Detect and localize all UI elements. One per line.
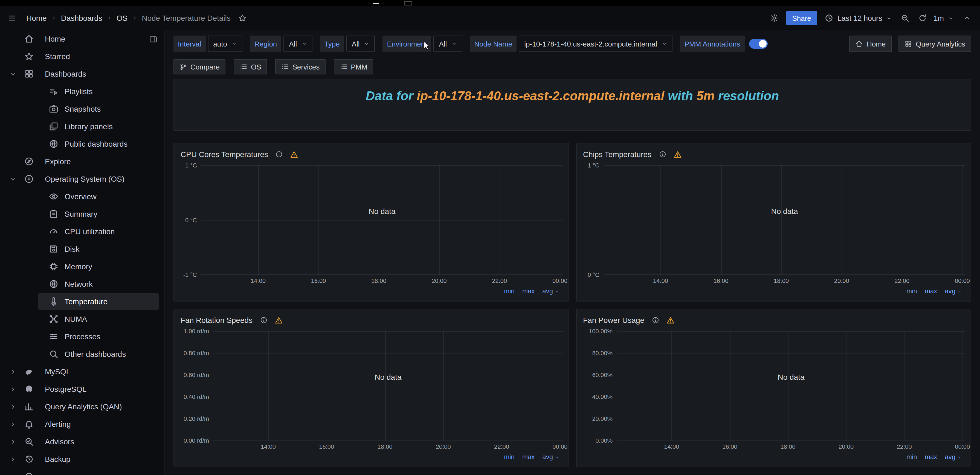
query-analytics-button[interactable]: Query Analytics <box>898 35 971 52</box>
panel-title[interactable]: Fan Power Usage <box>583 316 644 325</box>
sidebar-item-home[interactable]: Home <box>0 30 164 48</box>
sidebar-item-snapshots[interactable]: Snapshots <box>0 100 164 118</box>
sidebar-item-disk[interactable]: Disk <box>0 240 164 258</box>
sidebar-item-mysql[interactable]: MySQL <box>0 363 164 380</box>
chevron-right-icon[interactable] <box>6 456 19 463</box>
plot-area[interactable]: No data <box>201 165 563 275</box>
quick-link-os[interactable]: OS <box>234 59 267 75</box>
quick-link-pmm[interactable]: PMM <box>334 59 374 75</box>
variable-value-environment[interactable]: All <box>433 35 462 52</box>
chevron-right-icon[interactable] <box>6 421 19 428</box>
plot-area[interactable]: No data <box>617 331 965 440</box>
sidebar-item-item[interactable] <box>0 468 164 475</box>
breadcrumb-item-dashboards[interactable]: Dashboards <box>61 14 102 22</box>
sidebar-item-overview[interactable]: Overview <box>0 188 164 205</box>
breadcrumb-item-home[interactable]: Home <box>26 14 47 22</box>
sidebar-item-public-dashboards[interactable]: Public dashboards <box>0 135 164 153</box>
panel-warning-icon[interactable] <box>274 316 283 324</box>
panel-warning-icon[interactable] <box>290 150 298 158</box>
share-button[interactable]: Share <box>786 11 817 25</box>
y-axis-label: 0.20 rd/m <box>184 415 209 422</box>
legend-label: avg <box>542 453 553 461</box>
legend-min[interactable]: min <box>504 453 515 461</box>
variable-value-node-name[interactable]: ip-10-178-1-40.us-east-2.compute.interna… <box>519 35 673 52</box>
chevron-right-icon[interactable] <box>6 386 19 393</box>
panel-title[interactable]: Chips Temperatures <box>583 150 651 159</box>
legend-avg[interactable]: avg <box>945 287 962 295</box>
dock-sidebar-button[interactable] <box>148 34 159 45</box>
variable-value-interval[interactable]: auto <box>208 35 242 52</box>
chevron-down-icon[interactable] <box>6 175 19 183</box>
panel-info-icon[interactable] <box>651 316 659 324</box>
sidebar-item-summary[interactable]: Summary <box>0 205 164 223</box>
refresh-interval-picker[interactable]: 1m <box>932 13 955 23</box>
sidebar-item-postgresql[interactable]: PostgreSQL <box>0 380 164 398</box>
panel-warning-icon[interactable] <box>666 316 675 324</box>
refresh-button[interactable] <box>917 13 928 24</box>
sidebar-item-advisors[interactable]: Advisors <box>0 433 164 450</box>
panel-title[interactable]: Fan Rotation Speeds <box>181 316 253 325</box>
sidebar-item-playlists[interactable]: Playlists <box>0 83 164 100</box>
sidebar-item-library-panels[interactable]: Library panels <box>0 118 164 135</box>
chevron-right-icon[interactable] <box>6 403 19 410</box>
legend-max[interactable]: max <box>522 453 535 461</box>
legend-max[interactable]: max <box>925 287 937 295</box>
legend-min[interactable]: min <box>907 453 917 461</box>
variable-selected-value: All <box>289 40 297 48</box>
plot-area[interactable]: No data <box>213 331 563 440</box>
sidebar-item-other-dashboards[interactable]: Other dashboards <box>0 345 164 363</box>
legend-max[interactable]: max <box>522 287 535 295</box>
zoom-out-time-button[interactable] <box>900 13 910 24</box>
search-minus-icon <box>900 14 909 22</box>
quick-link-compare[interactable]: Compare <box>173 59 226 75</box>
sidebar-item-processes[interactable]: Processes <box>0 328 164 345</box>
gridline-h <box>213 331 563 332</box>
legend-avg[interactable]: avg <box>542 453 560 461</box>
variable-value-type[interactable]: All <box>346 35 375 52</box>
sidebar-item-cpu-utilization[interactable]: CPU utilization <box>0 223 164 240</box>
sidebar-item-network[interactable]: Network <box>0 275 164 293</box>
sidebar-item-alerting[interactable]: Alerting <box>0 415 164 433</box>
sidebar-item-memory[interactable]: Memory <box>0 258 164 275</box>
chevron-right-icon[interactable] <box>6 368 19 375</box>
chevron-down-icon[interactable] <box>6 70 19 77</box>
legend-min[interactable]: min <box>907 287 917 295</box>
menu-toggle-button[interactable] <box>6 13 18 24</box>
panel-title[interactable]: CPU Cores Temperatures <box>181 150 268 159</box>
sidebar-item-dashboards[interactable]: Dashboards <box>0 65 164 83</box>
quick-link-services[interactable]: Services <box>275 59 326 75</box>
dashboard-settings-button[interactable] <box>768 13 780 24</box>
sidebar-item-temperature[interactable]: Temperature <box>0 293 164 310</box>
breadcrumb-item-os[interactable]: OS <box>116 14 127 22</box>
favorite-star-button[interactable] <box>237 13 248 24</box>
collapse-toolbar-button[interactable] <box>961 13 972 24</box>
sidebar-item-query-analytics-qan[interactable]: Query Analytics (QAN) <box>0 398 164 415</box>
panel-info-icon[interactable] <box>259 316 267 324</box>
legend-avg[interactable]: avg <box>542 287 560 295</box>
y-axis: 1 °C0 °C <box>582 165 604 275</box>
sidebar-item-explore[interactable]: Explore <box>0 153 164 170</box>
time-range-picker[interactable]: Last 12 hours <box>824 13 893 24</box>
variable-node-name: Node Nameip-10-178-1-40.us-east-2.comput… <box>470 35 672 52</box>
star-icon <box>24 51 34 61</box>
legend-avg[interactable]: avg <box>945 453 962 461</box>
chevron-right-icon[interactable] <box>6 438 19 445</box>
sidebar-item-starred[interactable]: Starred <box>0 48 164 65</box>
sidebar-item-operating-system-os[interactable]: Operating System (OS) <box>0 170 164 188</box>
legend-min[interactable]: min <box>504 287 515 295</box>
home-dashboard-button[interactable]: Home <box>849 35 892 52</box>
world-icon <box>49 279 59 289</box>
x-axis-label: 16:00 <box>713 277 728 284</box>
sidebar-item-backup[interactable]: Backup <box>0 450 164 468</box>
panel-info-icon[interactable] <box>275 150 283 158</box>
chevron-right-icon[interactable] <box>6 473 19 475</box>
pmm-annotations-toggle[interactable] <box>749 39 768 49</box>
sidebar-item-numa[interactable]: NUMA <box>0 310 164 328</box>
variable-value-region[interactable]: All <box>283 35 312 52</box>
panel-info-icon[interactable] <box>659 150 666 158</box>
chevron-down-icon <box>9 70 16 77</box>
legend-max[interactable]: max <box>925 453 937 461</box>
y-axis: 1.00 rd/m0.80 rd/m0.60 rd/m0.40 rd/m0.20… <box>180 331 213 440</box>
panel-warning-icon[interactable] <box>673 150 681 158</box>
plot-area[interactable]: No data <box>604 165 965 275</box>
